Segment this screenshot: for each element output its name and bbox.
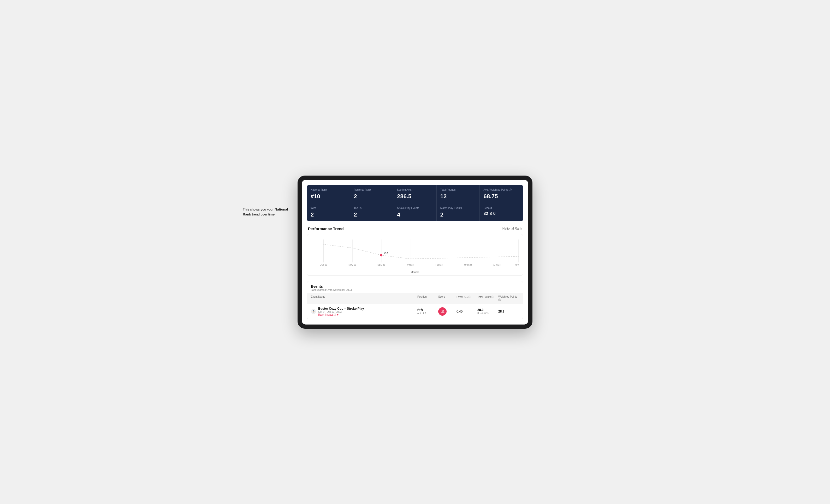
event-name-cell: 🏌 Buster Cozy Cup – Stroke Play Oct 9 - … [311,307,417,316]
events-section: Events Last updated: 24th November 2023 … [307,281,523,319]
rank-impact: Rank Impact: 3 ▼ [318,313,364,316]
stat-record: Record 32-8-0 [480,203,523,221]
event-total-points: 28.3 3 Rounds [477,308,498,314]
events-table-header: Event Name Position Score Event SG ⓘ Tot… [307,293,523,304]
event-details: Buster Cozy Cup – Stroke Play Oct 9 - Oc… [318,307,364,316]
event-position: 6th out of 7 [417,308,438,315]
col-event-name: Event Name [311,295,417,302]
trend-svg: #10 OCT 23 NOV 23 DEC 23 JAN 24 FEB 24 M… [311,238,519,267]
col-score: Score [438,295,456,302]
svg-text:#10: #10 [384,252,388,255]
svg-text:FEB 24: FEB 24 [435,263,443,266]
svg-text:MAR 24: MAR 24 [464,263,472,266]
events-title: Events [311,284,519,289]
svg-text:APR 24: APR 24 [493,263,501,266]
stat-stroke-play-events: Stroke Play Events 4 [393,203,437,221]
svg-text:NOV 23: NOV 23 [348,263,356,266]
events-header: Events Last updated: 24th November 2023 [307,281,523,293]
col-position: Position [417,295,438,302]
stat-national-rank: National Rank #10 [307,185,350,203]
performance-trend-title: Performance Trend [308,227,344,231]
svg-text:OCT 23: OCT 23 [320,263,327,266]
stat-match-play-events: Match Play Events 2 [437,203,480,221]
event-name: Buster Cozy Cup – Stroke Play [318,307,364,310]
event-weighted-points: 28.3 [498,310,519,313]
svg-text:DEC 23: DEC 23 [377,263,385,266]
stats-grid: National Rank #10 Regional Rank 2 Scorin… [307,185,523,221]
stat-wins: Wins 2 [307,203,350,221]
annotation-text: This shows you your National Rank trend … [243,207,295,217]
col-weighted-points: Weighted Points ⓘ [498,295,519,302]
performance-trend-chart: #10 OCT 23 NOV 23 DEC 23 JAN 24 FEB 24 M… [307,234,523,276]
event-sg: 0.45 [456,310,477,313]
chart-area: #10 OCT 23 NOV 23 DEC 23 JAN 24 FEB 24 M… [311,238,519,267]
chart-x-axis-label: Months [311,271,519,274]
performance-trend-subtitle: National Rank [503,227,522,230]
event-date: Oct 9 - Oct 10, 2023 [318,310,364,313]
stat-avg-weighted-points: Avg. Weighted Points ⓘ 68.75 [480,185,523,203]
table-row: 🏌 Buster Cozy Cup – Stroke Play Oct 9 - … [307,304,523,319]
tablet-device: National Rank #10 Regional Rank 2 Scorin… [297,175,533,329]
col-total-points: Total Points ⓘ [477,295,498,302]
tablet-screen: National Rank #10 Regional Rank 2 Scorin… [302,180,528,325]
svg-point-9 [380,254,382,256]
stat-total-rounds: Total Rounds 12 [437,185,480,203]
performance-trend-header: Performance Trend National Rank [307,227,523,231]
svg-text:MAY 24: MAY 24 [515,263,519,266]
svg-text:JAN 24: JAN 24 [407,263,414,266]
events-last-updated: Last updated: 24th November 2023 [311,289,519,292]
stat-top3s: Top 3s 2 [350,203,393,221]
event-score: -22 [438,307,456,316]
stat-regional-rank: Regional Rank 2 [350,185,393,203]
stat-scoring-avg: Scoring Avg. 286.5 [393,185,437,203]
col-event-sg: Event SG ⓘ [456,295,477,302]
event-icon: 🏌 [311,309,316,314]
